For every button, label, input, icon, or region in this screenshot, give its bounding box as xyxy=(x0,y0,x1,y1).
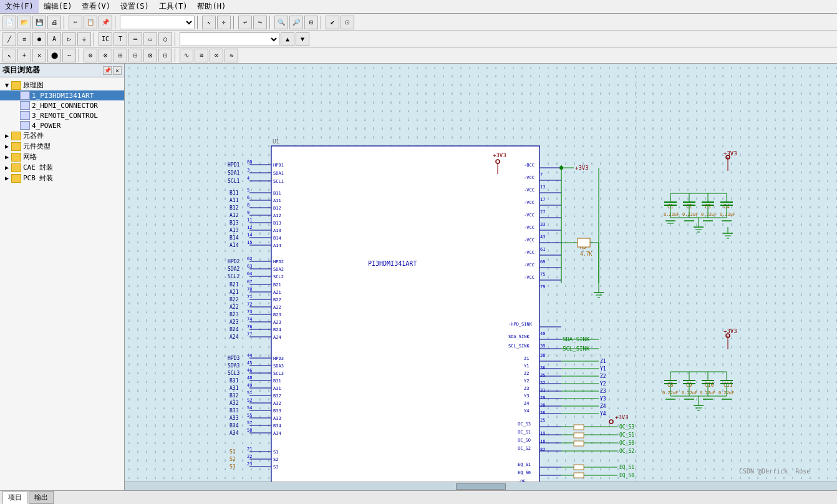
tree-comptypes[interactable]: ▶ 元件类型 xyxy=(0,141,124,152)
save-btn[interactable]: 💾 xyxy=(32,16,46,29)
file-dropdown[interactable]: 1_PI3HDMI341ART xyxy=(120,16,195,29)
tree-root-schematics[interactable]: ▼ 原理图 xyxy=(0,80,124,90)
tree-item-3[interactable]: 3_REMOTE_CONTROL xyxy=(0,110,124,120)
tree-item-2[interactable]: 2_HDMI_CONNECTOR xyxy=(0,100,124,110)
prop3[interactable]: ∞ xyxy=(210,49,223,62)
sch-hscroll[interactable] xyxy=(125,482,837,490)
open-btn[interactable]: 📂 xyxy=(17,16,31,29)
place-text[interactable]: T xyxy=(114,32,127,46)
bus-tap[interactable]: ⋯ xyxy=(62,49,76,62)
svg-text:-VCC: -VCC xyxy=(524,263,535,268)
nav-up[interactable]: ▲ xyxy=(281,32,294,46)
toolbar3: ↖ + ✕ ⬤ ⋯ ⊕ ⊗ ⊞ ⊟ ⊠ ⊡ ∿ ≋ ∞ ≈ xyxy=(0,47,837,64)
zoom-fit-btn[interactable]: ⊞ xyxy=(304,16,318,29)
svg-text:-VCC: -VCC xyxy=(524,275,535,280)
place-sym1[interactable]: ⊕ xyxy=(84,49,97,62)
new-btn[interactable]: 📄 xyxy=(2,16,16,29)
tree-pcb[interactable]: ▶ PCB 封装 xyxy=(0,173,124,183)
place-power[interactable]: ⏚ xyxy=(77,32,91,46)
menu-help[interactable]: 帮助(H) xyxy=(192,0,231,13)
undo-btn[interactable]: ↩ xyxy=(238,16,252,29)
svg-text:38: 38 xyxy=(540,353,545,358)
panel-header: 项目浏览器 📌 ✕ xyxy=(0,64,124,77)
menu-settings[interactable]: 设置(S) xyxy=(115,0,154,13)
toolbar2: ╱ ≡ ● A ▷ ⏚ IC T ━ ▭ ○ ▲ ▼ xyxy=(0,31,837,47)
menu-tools[interactable]: 工具(T) xyxy=(154,0,193,13)
arrow-cae: ▶ xyxy=(2,164,11,171)
place-junction[interactable]: ● xyxy=(32,32,46,46)
prop4[interactable]: ≈ xyxy=(225,49,238,62)
menu-edit[interactable]: 编辑(E) xyxy=(39,0,77,13)
label-comp: 元器件 xyxy=(23,131,44,140)
svg-text:SCL_SINK: SCL_SINK xyxy=(508,344,530,349)
svg-text:Y1: Y1 xyxy=(600,366,606,372)
nav-down[interactable]: ▼ xyxy=(296,32,309,46)
place-label[interactable]: A xyxy=(47,32,61,46)
tree-item-4[interactable]: 4_POWER xyxy=(0,120,124,130)
svg-text:HPD2: HPD2 xyxy=(228,259,239,264)
panel-pin-btn[interactable]: 📌 xyxy=(103,66,112,75)
place-port[interactable]: ▷ xyxy=(62,32,76,46)
tree-components[interactable]: ▶ 元器件 xyxy=(0,130,124,141)
tree-item-1[interactable]: 1_PI3HDMI341ART xyxy=(0,90,124,100)
svg-text:B34: B34 xyxy=(273,424,281,429)
place-circle[interactable]: ○ xyxy=(158,32,172,46)
move-btn[interactable]: ✛ xyxy=(217,16,231,29)
svg-text:+3V3: +3V3 xyxy=(493,152,506,158)
svg-text:B21: B21 xyxy=(230,282,239,288)
menubar: 文件(F) 编辑(E) 查看(V) 设置(S) 工具(T) 帮助(H) xyxy=(0,0,837,14)
svg-text:EQ_S1: EQ_S1 xyxy=(518,462,531,467)
prop2[interactable]: ≋ xyxy=(195,49,208,62)
place-sym5[interactable]: ⊠ xyxy=(143,49,157,62)
place-sym2[interactable]: ⊗ xyxy=(99,49,112,62)
svg-text:EQ_S1: EQ_S1 xyxy=(619,465,634,470)
tree-cae[interactable]: ▶ CAE 封装 xyxy=(0,162,124,173)
prop1[interactable]: ∿ xyxy=(180,49,193,62)
place-bus[interactable]: ≡ xyxy=(17,32,31,46)
hscroll-thumb[interactable] xyxy=(456,483,506,490)
svg-text:52: 52 xyxy=(247,398,252,403)
place-rect[interactable]: ▭ xyxy=(143,32,157,46)
copy-btn[interactable]: 📋 xyxy=(84,16,97,29)
tree-nets[interactable]: ▶ 网络 xyxy=(0,152,124,162)
svg-rect-4 xyxy=(271,146,539,483)
menu-view[interactable]: 查看(V) xyxy=(77,0,115,13)
svg-text:Z1: Z1 xyxy=(600,359,606,364)
select-btn[interactable]: ↖ xyxy=(202,16,216,29)
place-sym3[interactable]: ⊞ xyxy=(114,49,127,62)
menu-file[interactable]: 文件(F) xyxy=(0,0,39,13)
cursor-btn[interactable]: ↖ xyxy=(2,49,16,62)
zoom-in-btn[interactable]: 🔍 xyxy=(274,16,288,29)
place-wire[interactable]: ╱ xyxy=(2,32,16,46)
schematic-area[interactable]: U1 PI3HDMI341ART HPD1 80 HPD1 SDA1 3 SDA… xyxy=(125,64,837,490)
panel-close-btn[interactable]: ✕ xyxy=(113,66,122,75)
place-sym4[interactable]: ⊟ xyxy=(128,49,142,62)
schematic-canvas[interactable]: U1 PI3HDMI341ART HPD1 80 HPD1 SDA1 3 SDA… xyxy=(125,64,837,490)
place-sym6[interactable]: ⊡ xyxy=(158,49,172,62)
netlist-btn[interactable]: ⊡ xyxy=(341,16,354,29)
svg-text:39: 39 xyxy=(540,344,545,349)
drc-btn[interactable]: ✔ xyxy=(326,16,339,29)
svg-text:33: 33 xyxy=(540,222,545,227)
place-comp[interactable]: IC xyxy=(99,32,112,46)
tab-output[interactable]: 输出 xyxy=(29,491,54,504)
cut-btn[interactable]: ✂ xyxy=(69,16,82,29)
svg-text:70: 70 xyxy=(247,287,252,292)
svg-text:0.22uF: 0.22uF xyxy=(682,212,698,217)
svg-text:23: 23 xyxy=(247,462,252,467)
arrow-nets: ▶ xyxy=(2,153,11,160)
paste-btn[interactable]: 📌 xyxy=(99,16,112,29)
zoom-out-btn[interactable]: 🔎 xyxy=(289,16,303,29)
del-btn[interactable]: ✕ xyxy=(32,49,46,62)
net-dropdown[interactable] xyxy=(180,32,279,46)
label-schematics: 原理图 xyxy=(23,80,44,90)
svg-text:SCL1: SCL1 xyxy=(228,178,239,184)
print-btn[interactable]: 🖨 xyxy=(47,16,61,29)
tab-project[interactable]: 项目 xyxy=(2,491,27,504)
place-line[interactable]: ━ xyxy=(128,32,142,46)
svg-text:OC_S3: OC_S3 xyxy=(619,424,634,430)
connect-btn[interactable]: ⬤ xyxy=(47,49,61,62)
sep10 xyxy=(175,49,177,62)
add-btn[interactable]: + xyxy=(17,49,31,62)
redo-btn[interactable]: ↪ xyxy=(253,16,267,29)
